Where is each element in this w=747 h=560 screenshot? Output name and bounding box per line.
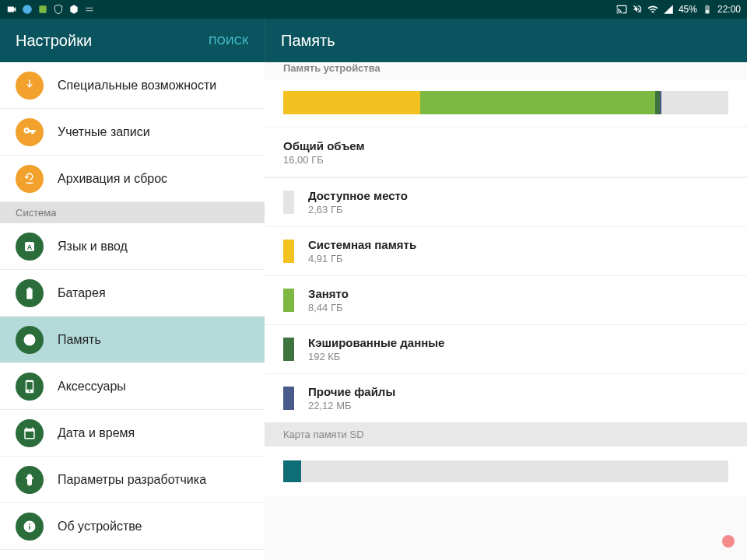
total-value: 16,00 ГБ (283, 154, 728, 166)
storage-icon (16, 326, 44, 354)
sd-usage-bar (283, 460, 728, 482)
battery-menu-icon (16, 279, 44, 307)
dev-icon (16, 466, 44, 494)
svg-text:A: A (27, 243, 33, 250)
sidebar-item-label: Язык и ввод (58, 240, 128, 254)
key-icon (16, 118, 44, 146)
signal-icon (663, 4, 674, 15)
battery-percentage: 45% (679, 4, 697, 15)
status-bar: 45% 22:00 (0, 0, 747, 19)
color-chip (283, 387, 294, 410)
color-chip (283, 240, 294, 263)
storage-row[interactable]: Кэшированные данные192 КБ (265, 324, 747, 373)
header-right: Память (265, 19, 747, 62)
sidebar-item-label: Специальные возможности (58, 79, 216, 93)
sidebar-item-label: Архивация и сброс (58, 172, 167, 186)
sidebar-item-developer[interactable]: Параметры разработчика (0, 457, 265, 503)
sidebar-item-battery[interactable]: Батарея (0, 270, 265, 317)
sd-bar-segment (283, 460, 301, 482)
info-icon (16, 513, 44, 541)
sidebar-item-accessories[interactable]: Аксессуары (0, 363, 265, 410)
status-bar-right: 45% 22:00 (616, 4, 741, 15)
svg-rect-1 (39, 5, 46, 12)
storage-row[interactable]: Доступное место2,63 ГБ (265, 177, 747, 226)
row-label: Кэшированные данные (308, 336, 444, 349)
storage-row[interactable]: Системная память4,91 ГБ (265, 226, 747, 275)
sidebar-item-label: Параметры разработчика (58, 473, 206, 487)
color-chip (283, 338, 294, 361)
page-title: Память (281, 32, 335, 50)
mute-icon (632, 4, 643, 15)
sidebar-item-label: Учетные записи (58, 125, 150, 139)
sidebar-item-label: Об устройстве (58, 520, 142, 534)
sd-bar-segment (301, 460, 728, 482)
app-header: Настройки ПОИСК Память (0, 19, 747, 62)
storage-bar-segment (655, 91, 661, 114)
backup-icon (16, 165, 44, 193)
device-storage-header: Память устройства (265, 62, 747, 80)
shield-icon (53, 4, 64, 15)
assist-dot[interactable] (722, 535, 735, 548)
sd-bar-card (265, 446, 747, 496)
sidebar[interactable]: Специальные возможности Учетные записи А… (0, 62, 265, 560)
row-label: Системная память (308, 238, 416, 251)
sidebar-item-accessibility[interactable]: Специальные возможности (0, 62, 265, 109)
app-icon-3 (84, 4, 95, 15)
row-label: Занято (308, 287, 349, 300)
sidebar-item-label: Дата и время (58, 426, 135, 440)
storage-row[interactable]: Прочие файлы22,12 МБ (265, 373, 747, 422)
row-value: 8,44 ГБ (308, 302, 349, 313)
storage-bar-segment (420, 91, 655, 114)
row-value: 192 КБ (308, 351, 444, 362)
settings-title: Настройки (16, 32, 92, 50)
video-icon (6, 4, 17, 15)
cast-icon (616, 4, 627, 15)
sidebar-item-accounts[interactable]: Учетные записи (0, 109, 265, 156)
storage-row[interactable]: Занято8,44 ГБ (265, 275, 747, 324)
row-value: 2,63 ГБ (308, 204, 408, 215)
storage-usage-bar (283, 91, 728, 114)
app-icon-2 (37, 4, 48, 15)
row-label: Прочие файлы (308, 385, 395, 398)
lang-icon: A (16, 233, 44, 261)
color-chip (283, 289, 294, 312)
storage-bar-segment (283, 91, 420, 114)
hand-icon (16, 72, 44, 100)
battery-icon (702, 4, 713, 15)
total-storage-row[interactable]: Общий объем 16,00 ГБ (265, 128, 747, 177)
sidebar-item-label: Аксессуары (58, 380, 126, 394)
sidebar-item-label: Память (58, 333, 101, 347)
wifi-icon (647, 4, 658, 15)
app-icon-1 (22, 4, 33, 15)
sidebar-item-label: Батарея (58, 286, 106, 300)
search-button[interactable]: ПОИСК (209, 34, 249, 47)
storage-bar-card (265, 80, 747, 125)
sd-card-header: Карта памяти SD (265, 422, 747, 446)
sidebar-item-language[interactable]: A Язык и ввод (0, 223, 265, 270)
sidebar-item-about[interactable]: Об устройстве (0, 503, 265, 550)
sidebar-item-datetime[interactable]: Дата и время (0, 410, 265, 457)
storage-bar-segment (661, 91, 728, 114)
hexagon-icon (68, 4, 79, 15)
sidebar-item-backup[interactable]: Архивация и сброс (0, 156, 265, 202)
row-value: 22,12 МБ (308, 400, 395, 411)
status-bar-left (6, 4, 95, 15)
datetime-icon (16, 419, 44, 447)
sidebar-item-storage[interactable]: Память (0, 317, 265, 363)
row-label: Доступное место (308, 189, 408, 202)
total-label: Общий объем (283, 139, 728, 152)
row-value: 4,91 ГБ (308, 253, 416, 264)
content-pane[interactable]: Память устройства Общий объем 16,00 ГБ Д… (265, 62, 747, 560)
svg-point-0 (23, 5, 32, 14)
header-left: Настройки ПОИСК (0, 19, 265, 62)
accessory-icon (16, 373, 44, 401)
color-chip (283, 191, 294, 214)
clock-time: 22:00 (717, 4, 741, 15)
sidebar-section-system: Система (0, 202, 265, 223)
